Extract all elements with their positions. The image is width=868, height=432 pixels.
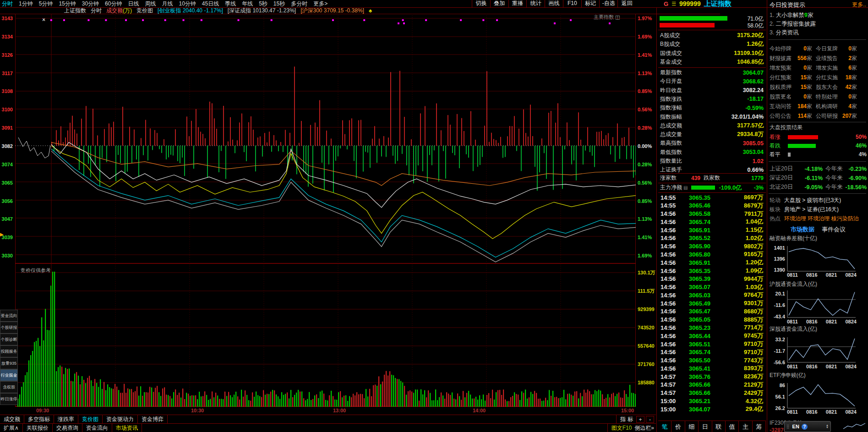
toolbar-button-F10[interactable]: F10 <box>563 0 581 7</box>
period-tab-分时[interactable]: 分时 <box>2 0 13 7</box>
tick-tab-日[interactable]: 日 <box>699 421 712 432</box>
tick-row[interactable]: 14:573065.662129万 <box>658 381 766 389</box>
function-tab-资金流向[interactable]: 资金流向 <box>82 424 112 432</box>
overlay-index-label-1[interactable]: [深证成指 10130.47 -1.23%] <box>228 7 296 15</box>
tick-tab-细[interactable]: 细 <box>685 421 699 432</box>
tick-row[interactable]: 14:573065.662429万 <box>658 389 766 397</box>
tick-row[interactable]: 14:563065.911.15亿 <box>658 226 766 234</box>
rotation-row-热点[interactable]: 热点环境治理 环境治理 核污染防治 <box>770 215 867 223</box>
tick-tab-笔[interactable]: 笔 <box>658 421 671 432</box>
function-tab-关联报价[interactable]: 关联报价 <box>23 424 53 432</box>
period-tab-5分钟[interactable]: 5分钟 <box>39 0 53 7</box>
tick-row[interactable]: 15:003064.0729.4亿 <box>658 405 766 413</box>
indicator-label[interactable]: 成交额(万) <box>106 7 132 15</box>
tick-row[interactable]: 14:563065.909802万 <box>658 242 766 251</box>
tick-row[interactable]: 14:563065.351.09亿 <box>658 267 766 275</box>
tick-row[interactable]: 14:563065.449745万 <box>658 332 766 340</box>
tick-tab-价[interactable]: 价 <box>671 421 685 432</box>
vote-row-看平[interactable]: 看平4% <box>770 151 867 158</box>
toolbar-button-标记[interactable]: 标记 <box>581 0 600 7</box>
symbol-code[interactable]: 999999 <box>679 0 701 7</box>
tick-tab-筹[interactable]: 筹 <box>753 421 766 432</box>
indicator-tab-成交额[interactable]: 成交额 <box>0 415 24 424</box>
ime-language-toggle[interactable]: EN <box>792 424 799 429</box>
news-more-link[interactable]: 更多.. <box>852 1 866 8</box>
f10-button[interactable]: 图文F10 <box>611 424 632 432</box>
toolbar-button-统计[interactable]: 统计 <box>526 0 545 7</box>
indicator-tab-多空指标[interactable]: 多空指标 <box>24 415 54 424</box>
auction-tab[interactable]: 竞价图 <box>136 7 153 15</box>
news-item[interactable]: 3. 分类资讯 <box>770 29 867 36</box>
menu-icon[interactable]: ☰ <box>671 1 676 7</box>
function-tab-交易查询[interactable]: 交易查询 <box>53 424 82 432</box>
rotation-row-板块[interactable]: 板块房地产 > 证券(已16天) <box>770 206 867 213</box>
sidebar-expand-arrow-icon[interactable]: ▶ <box>0 232 4 237</box>
chart-mode-label[interactable]: 分时 <box>91 7 102 15</box>
tick-tab-主[interactable]: 主 <box>739 421 752 432</box>
toolbar-button-返回[interactable]: 返回 <box>617 0 636 7</box>
market-tab-事件会议[interactable]: 事件会议 <box>822 225 846 233</box>
tick-row[interactable]: 14:563065.521.02亿 <box>658 234 766 242</box>
ime-collapse-icon[interactable]: ▲▼ <box>826 424 829 429</box>
bell-icon[interactable]: ♣ <box>369 8 372 13</box>
sidebar-item-放量935[interactable]: 放量935 <box>0 357 18 369</box>
overlay-index-label-0[interactable]: [创业板指 2040.40 -1.17%] <box>158 7 223 15</box>
sidebar-toggle-button[interactable]: 侧边栏» <box>634 424 654 432</box>
function-tab-市场资讯[interactable]: 市场资讯 <box>112 424 142 432</box>
overlay-index-label-2[interactable]: [沪深300 3709.15 -0.38%] <box>300 7 364 15</box>
vote-row-看涨[interactable]: 看涨50% <box>770 134 867 140</box>
detail-icon[interactable]: ▤ <box>683 185 688 190</box>
tick-row[interactable]: 14:563065.478680万 <box>658 307 766 316</box>
period-tab-1分钟[interactable]: 1分钟 <box>19 0 33 7</box>
sidebar-item-个股研报[interactable]: 个股研报 <box>0 322 18 334</box>
indicator-tab-竞价图[interactable]: 竞价图 <box>78 415 103 424</box>
tick-row[interactable]: 14:553065.468679万 <box>658 202 766 210</box>
sidebar-item-昨日涨停[interactable]: 昨日涨停 <box>0 393 18 405</box>
tick-tab-值[interactable]: 值 <box>726 421 739 432</box>
tick-row[interactable]: 14:563065.911.20亿 <box>658 258 766 267</box>
tick-row[interactable]: 14:563065.499301万 <box>658 299 766 307</box>
tick-row[interactable]: 14:563065.399944万 <box>658 275 766 283</box>
toolbar-button-切换[interactable]: 切换 <box>472 0 490 7</box>
toolbar-button-叠加[interactable]: 叠加 <box>490 0 508 7</box>
tick-row[interactable]: 14:563065.809165万 <box>658 250 766 258</box>
tick-row[interactable]: 14:563065.237714万 <box>658 323 766 332</box>
indicator-tab-资金博弈[interactable]: 资金博弈 <box>138 415 168 424</box>
tick-row[interactable]: 14:563065.418393万 <box>658 364 766 372</box>
sidebar-item-投顾服务[interactable]: 投顾服务 <box>0 345 18 357</box>
ime-help-icon[interactable]: ? <box>802 424 808 430</box>
tick-row[interactable]: 14:563065.507743万 <box>658 356 766 365</box>
tick-row[interactable]: 14:563065.058885万 <box>658 316 766 324</box>
sidebar-item-个股诊断[interactable]: 个股诊断 <box>0 334 18 345</box>
tick-row[interactable]: 14:563065.749710万 <box>658 348 766 356</box>
toolbar-button-画线[interactable]: 画线 <box>545 0 563 7</box>
sidebar-item-行业掘金[interactable]: 行业掘金 <box>0 369 18 381</box>
intraday-chart[interactable] <box>15 14 636 407</box>
rotation-row-轮动[interactable]: 轮动大盘股 > 疲弱市(已3天) <box>770 197 867 204</box>
tick-row[interactable]: 15:003065.214.32亿 <box>658 397 766 405</box>
tick-row[interactable]: 14:563065.039764万 <box>658 291 766 299</box>
toolbar-button--自选[interactable]: -自选 <box>599 0 617 7</box>
tick-row[interactable]: 14:563065.519710万 <box>658 340 766 348</box>
ime-language-bar[interactable]: ⣿ EN ? ▲▼ <box>784 421 831 432</box>
market-tab-市场数据[interactable]: 市场数据 <box>791 225 814 233</box>
vote-row-看跌[interactable]: 看跌46% <box>770 142 867 149</box>
indicator-tab-涨跌率[interactable]: 涨跌率 <box>54 415 78 424</box>
sidebar-item-含权股[interactable]: 含权股 <box>0 381 18 393</box>
tick-tab-联[interactable]: 联 <box>712 421 726 432</box>
indicator-tab-资金驱动力[interactable]: 资金驱动力 <box>103 415 138 424</box>
news-item[interactable]: 1. 大小非解禁 9 家 <box>770 11 867 19</box>
news-item[interactable]: 2. 二季报密集披露 <box>770 20 867 27</box>
tick-row[interactable]: 14:553065.358697万 <box>658 193 766 202</box>
tick-row[interactable]: 14:563065.587911万 <box>658 210 766 218</box>
remove-indicator-button[interactable]: - <box>646 416 654 423</box>
tick-row[interactable]: 14:573065.768236万 <box>658 372 766 381</box>
toolbar-button-重播[interactable]: 重播 <box>508 0 527 7</box>
symbol-name[interactable]: 上证指数 <box>704 0 732 8</box>
tick-row[interactable]: 14:563065.071.03亿 <box>658 283 766 291</box>
tick-row[interactable]: 14:563065.741.04亿 <box>658 218 766 226</box>
function-tab-扩展∧[interactable]: 扩展∧ <box>0 424 23 432</box>
ime-grip-icon[interactable]: ⣿ <box>786 424 790 429</box>
sidebar-item-资金流向[interactable]: 资金流向 <box>0 310 18 322</box>
add-indicator-button[interactable]: + <box>636 416 644 423</box>
